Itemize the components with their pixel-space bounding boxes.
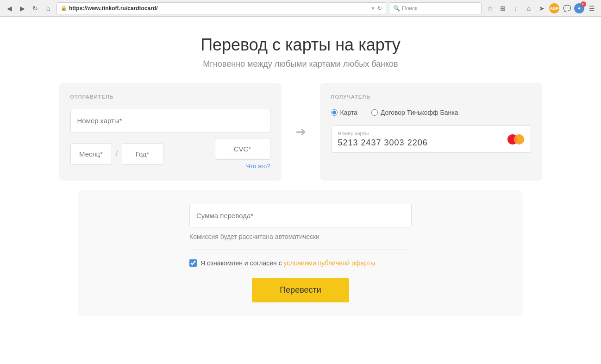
arrow-right-icon: ➜ xyxy=(295,124,306,139)
mastercard-orange-circle xyxy=(514,134,524,144)
agreement-checkbox-row: Я ознакомлен и согласен с условиями публ… xyxy=(189,259,412,267)
search-bar[interactable]: 🔍 Поиск xyxy=(389,2,482,14)
divider-line xyxy=(189,250,412,250)
transfer-section: Комиссия будет рассчитана автоматически … xyxy=(78,190,523,316)
lock-icon: 🔒 xyxy=(61,5,67,11)
send-button[interactable]: ➤ xyxy=(536,3,547,14)
radio-card-label[interactable]: Карта xyxy=(331,109,357,116)
search-icon: 🔍 xyxy=(393,5,400,12)
recipient-type-radio-row: Карта Договор Тинькофф Банка xyxy=(331,109,531,116)
expiry-cvc-row: / Что это? xyxy=(70,138,270,169)
menu-button[interactable]: ☰ xyxy=(586,3,597,14)
recipient-card-label: Номер карты xyxy=(338,131,524,136)
bookmarks-list-button[interactable]: ⊞ xyxy=(497,3,508,14)
slash-divider: / xyxy=(116,149,118,159)
public-offer-link[interactable]: условиями публичной оферты xyxy=(284,259,376,267)
browser-action-buttons: ☆ ⊞ ↓ ⌂ ➤ ABP 💬 ● 6 ☰ xyxy=(484,3,597,14)
dropdown-icon: ▼ xyxy=(370,6,376,11)
home-button[interactable]: ⌂ xyxy=(43,3,54,14)
download-button[interactable]: ↓ xyxy=(510,3,521,14)
sender-card-number-input[interactable] xyxy=(70,109,270,132)
sender-label: ОТПРАВИТЕЛЬ xyxy=(70,94,270,100)
browser-toolbar: ◀ ▶ ↻ ⌂ 🔒 https://www.tinkoff.ru/cardtoc… xyxy=(0,0,601,17)
agreement-checkbox[interactable] xyxy=(189,259,197,267)
sender-year-input[interactable] xyxy=(122,143,163,165)
refresh-icon: ↻ xyxy=(377,5,382,12)
mastercard-logo xyxy=(507,134,524,144)
forward-button[interactable]: ▶ xyxy=(17,3,28,14)
arrow-connector: ➜ xyxy=(291,124,311,139)
recipient-panel: ПОЛУЧАТЕЛЬ Карта Договор Тинькофф Банка … xyxy=(320,83,542,181)
nav-buttons: ◀ ▶ ↻ ⌂ xyxy=(4,3,54,14)
page-title: Перевод с карты на карту xyxy=(9,35,592,55)
chat-button[interactable]: 💬 xyxy=(561,3,572,14)
cvc-hint-link[interactable]: Что это? xyxy=(246,163,270,169)
extension-button[interactable]: ● 6 xyxy=(574,3,584,13)
sender-panel: ОТПРАВИТЕЛЬ / Что это? xyxy=(59,83,282,181)
recipient-label: ПОЛУЧАТЕЛЬ xyxy=(331,94,531,100)
bookmark-button[interactable]: ☆ xyxy=(484,3,495,14)
back-button[interactable]: ◀ xyxy=(4,3,15,14)
sender-cvc-input[interactable] xyxy=(215,138,270,160)
recipient-card-input-wrapper[interactable]: Номер карты 5213 2437 3003 2206 xyxy=(331,126,531,153)
recipient-card-number: 5213 2437 3003 2206 xyxy=(338,138,524,148)
submit-button-wrapper: Перевести xyxy=(92,278,509,302)
radio-contract-label[interactable]: Договор Тинькофф Банка xyxy=(371,109,458,116)
homepage-btn[interactable]: ⌂ xyxy=(523,3,534,14)
cards-row: ОТПРАВИТЕЛЬ / Что это? ➜ ПОЛУЧАТЕЛЬ xyxy=(9,83,592,181)
agreement-label: Я ознакомлен и согласен с условиями публ… xyxy=(200,259,375,267)
radio-card-input[interactable] xyxy=(331,109,338,116)
commission-note: Комиссия будет рассчитана автоматически xyxy=(189,233,412,240)
url-text: https://www.tinkoff.ru/cardtocard/ xyxy=(69,5,369,12)
amount-input[interactable] xyxy=(189,204,412,227)
submit-transfer-button[interactable]: Перевести xyxy=(252,278,349,302)
cvc-section: Что это? xyxy=(215,138,270,169)
page-content: Перевод с карты на карту Мгновенно между… xyxy=(0,17,601,364)
abp-addon-button[interactable]: ABP xyxy=(549,3,559,13)
search-placeholder-text: Поиск xyxy=(402,5,477,12)
page-subtitle: Мгновенно между любыми картами любых бан… xyxy=(9,59,592,69)
radio-contract-input[interactable] xyxy=(371,109,378,116)
address-bar[interactable]: 🔒 https://www.tinkoff.ru/cardtocard/ ▼ ↻ xyxy=(56,2,386,14)
refresh-button[interactable]: ↻ xyxy=(30,3,41,14)
amount-input-wrapper xyxy=(189,204,412,227)
sender-month-input[interactable] xyxy=(70,143,112,165)
